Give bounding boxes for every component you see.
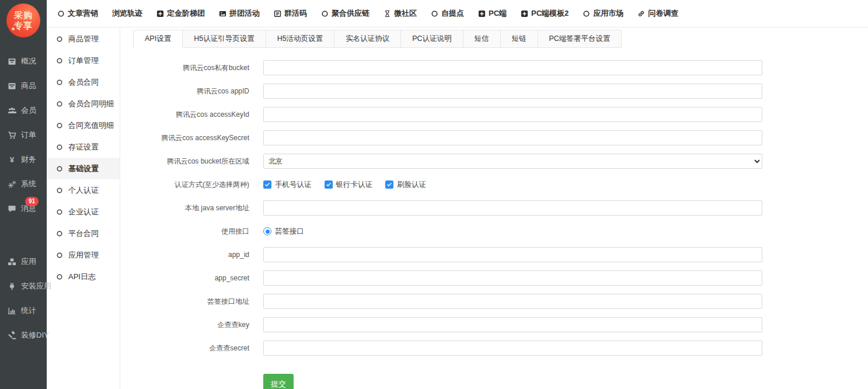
tab-3[interactable]: H5活动页设置 [266,30,334,48]
sub-sidebar-item-2[interactable]: 订单管理 [47,50,120,71]
sub-sidebar-item-3[interactable]: 会员合同 [47,71,120,93]
sidebar-item-2[interactable]: 商品 [0,74,47,98]
image-icon [219,10,226,18]
sidebar-item-6[interactable]: 系统 [0,172,47,196]
checkbox-checked-icon[interactable] [385,180,393,189]
gavel-icon [8,331,16,340]
form-row-tencent-cos-private-bucket: 腾讯云cos私有bucket [121,60,868,75]
plussq-icon [478,10,486,18]
sidebar-item-5[interactable]: ¥财务 [0,147,47,172]
circle-icon [57,10,65,18]
tab-4[interactable]: 实名认证协议 [334,30,401,48]
interface-used-group: 芸签接口 [263,227,317,237]
sidebar-item-1[interactable]: 概况 [0,49,47,74]
tencent-cos-bucket-region-select[interactable]: 北京 [263,154,762,169]
gears-icon [8,180,16,189]
qichacha-secret-input[interactable] [263,341,762,356]
tab-6[interactable]: 短信 [463,30,501,48]
sub-sidebar-item-8[interactable]: 个人认证 [47,179,120,201]
sidebar-item-label: 商品 [21,81,36,91]
sub-sidebar-item-12[interactable]: API日志 [47,266,120,287]
checkbox-checked-icon[interactable] [325,180,333,189]
sub-sidebar-item-1[interactable]: 商品管理 [47,28,120,50]
tab-7[interactable]: 短链 [501,30,538,48]
yunqian-api-url-input[interactable] [263,294,762,309]
checkbox-checked-icon[interactable] [263,180,271,189]
top-nav-item-5[interactable]: 群活码 [274,8,307,19]
top-nav-item-1[interactable]: 文章营销 [57,8,98,19]
brand-line2: 专享 [14,20,33,31]
circle-icon [321,10,329,18]
top-nav-item-label: 群活码 [284,8,307,19]
tab-2[interactable]: H5认证引导页设置 [183,30,266,48]
auth-methods-option-1[interactable]: 手机号认证 [263,180,312,190]
interface-used-option-1[interactable]: 芸签接口 [263,227,304,237]
sub-sidebar-item-10[interactable]: 平台合同 [47,223,120,244]
option-label: 刷脸认证 [397,180,426,190]
top-nav-item-12[interactable]: 问卷调查 [637,8,678,19]
top-nav-item-4[interactable]: 拼团活动 [219,8,260,19]
sub-sidebar-item-label: 存证设置 [68,142,99,152]
sub-sidebar-item-5[interactable]: 合同充值明细 [47,114,120,136]
top-nav-item-3[interactable]: 定金阶梯团 [156,8,205,19]
top-nav-item-2[interactable]: 浏览轨迹 [112,8,142,19]
tab-8[interactable]: PC端签署平台设置 [538,30,622,48]
app-secret-input[interactable] [263,270,762,286]
tencent-cos-private-bucket-input[interactable] [263,60,762,75]
top-nav-item-11[interactable]: 应用市场 [583,8,623,19]
sub-sidebar-item-label: API日志 [68,272,96,282]
tab-1[interactable]: API设置 [133,30,183,48]
top-nav-items: 文章营销浏览轨迹定金阶梯团拼团活动群活码聚合供应链微社区自提点PC端PC端模板2… [57,8,678,19]
yen-icon: ¥ [8,155,16,164]
form-row-local-java-server-address: 本地 java server地址 [121,200,868,216]
cart-icon [8,131,16,140]
submit-button[interactable]: 提交 [263,374,294,389]
tencent-cos-appid-input[interactable] [263,84,762,99]
form-row-auth-methods: 认证方式(至少选择两种)手机号认证银行卡认证刷脸认证 [121,177,868,192]
circle-icon [583,10,590,18]
tab-5[interactable]: PC认证说明 [401,30,463,48]
top-nav-item-8[interactable]: 自提点 [431,8,464,19]
top-nav-item-label: 拼团活动 [229,8,260,19]
sidebar-item-label: 应用 [21,256,36,267]
sidebar-item-10[interactable]: 统计 [0,298,47,323]
plug-icon [8,282,16,291]
top-nav-item-9[interactable]: PC端 [478,8,507,19]
sub-sidebar-item-7[interactable]: 基础设置 [47,158,120,179]
sidebar-item-7[interactable]: 消息91 [0,196,47,221]
sub-sidebar-item-label: 订单管理 [68,55,99,66]
brand-logo[interactable]: 采购 专享 [6,4,40,37]
box-icon [8,82,16,91]
tencent-cos-accesskeyid-input[interactable] [263,107,762,122]
sub-sidebar-item-9[interactable]: 企业认证 [47,201,120,223]
sidebar-item-8[interactable]: 应用 [0,249,47,274]
sub-sidebar-item-11[interactable]: 应用管理 [47,244,120,266]
sidebar-item-3[interactable]: 会员 [0,98,47,123]
app-id-input[interactable] [263,247,762,262]
circle-icon [431,10,438,18]
sub-sidebar-item-6[interactable]: 存证设置 [47,136,120,158]
sub-sidebar-item-4[interactable]: 会员合同明细 [47,93,120,114]
sub-sidebar-item-label: 基础设置 [68,164,99,174]
main-content: API设置H5认证引导页设置H5活动页设置实名认证协议PC认证说明短信短链PC端… [121,28,868,389]
auth-methods-option-3[interactable]: 刷脸认证 [385,180,426,190]
sidebar-item-label: 装修DIY [21,330,49,341]
form-row-tencent-cos-accesskeysecret: 腾讯云cos accessKeySecret [121,130,868,145]
secondary-sidebar: 商品管理订单管理会员合同会员合同明细合同充值明细存证设置基础设置个人认证企业认证… [47,27,120,389]
sidebar-item-11[interactable]: 装修DIY [0,323,47,348]
radio-selected-icon[interactable] [263,227,271,235]
form-label-tencent-cos-accesskeyid: 腾讯云cos accessKeyId [121,110,249,120]
top-nav-item-10[interactable]: PC端模板2 [521,8,569,19]
sidebar-item-9[interactable]: 安装应用 [0,274,47,298]
main-sidebar-nav: 概况商品会员订单¥财务系统消息91应用安装应用统计装修DIY [0,49,47,348]
top-nav-item-6[interactable]: 聚合供应链 [321,8,369,19]
qichacha-key-input[interactable] [263,317,762,332]
auth-methods-option-2[interactable]: 银行卡认证 [325,180,373,190]
hourglass-icon [384,10,391,18]
form-row-tencent-cos-accesskeyid: 腾讯云cos accessKeyId [121,107,868,122]
top-nav-item-7[interactable]: 微社区 [384,8,417,19]
plussq-icon [521,10,528,18]
tencent-cos-accesskeysecret-input[interactable] [263,130,762,145]
local-java-server-address-input[interactable] [263,200,762,216]
sidebar-item-4[interactable]: 订单 [0,123,47,147]
